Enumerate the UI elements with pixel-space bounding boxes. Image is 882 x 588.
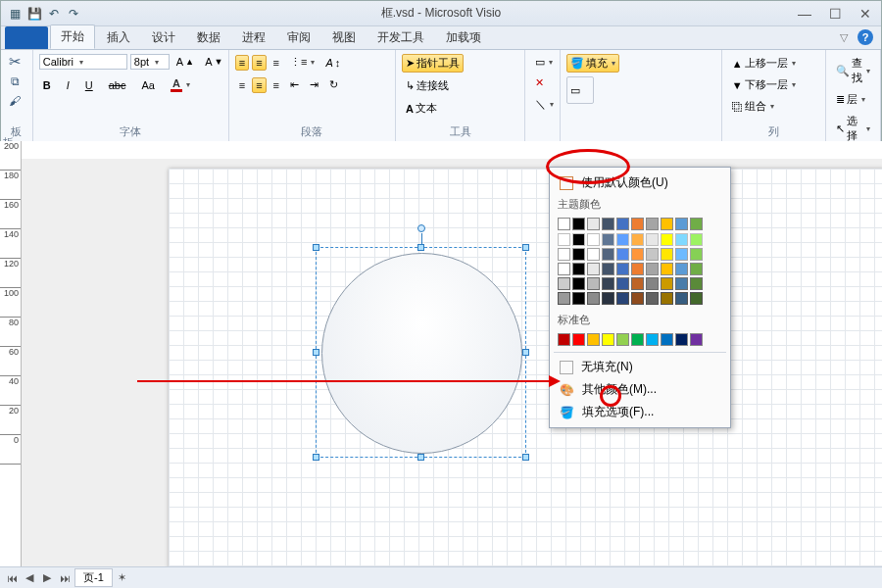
more-colors-item[interactable]: 🎨 其他颜色(M)... xyxy=(550,378,730,401)
color-swatch[interactable] xyxy=(661,248,673,261)
resize-handle[interactable] xyxy=(313,454,319,461)
cut-icon[interactable]: ✂ xyxy=(7,54,23,70)
color-swatch[interactable] xyxy=(572,292,585,305)
color-swatch[interactable] xyxy=(587,292,600,305)
rotate-text-button[interactable]: ↻ xyxy=(325,76,342,93)
tab-review[interactable]: 审阅 xyxy=(277,26,320,49)
color-swatch[interactable] xyxy=(558,248,570,261)
increase-indent-button[interactable]: ⇥ xyxy=(306,76,322,93)
format-painter-icon[interactable]: 🖌 xyxy=(7,93,23,109)
font-color-button[interactable]: A xyxy=(167,75,194,94)
tab-process[interactable]: 进程 xyxy=(232,26,275,49)
undo-icon[interactable]: ↶ xyxy=(46,6,62,22)
color-swatch[interactable] xyxy=(690,233,703,246)
align-middle-button[interactable]: ≡ xyxy=(252,55,266,71)
color-swatch[interactable] xyxy=(572,277,585,290)
color-swatch[interactable] xyxy=(661,277,673,290)
new-page-button[interactable]: ✶ xyxy=(115,571,130,584)
align-right-button[interactable]: ≡ xyxy=(270,77,283,93)
fill-button[interactable]: 🪣 填充 xyxy=(566,54,619,73)
tab-dev[interactable]: 开发工具 xyxy=(368,26,434,49)
color-swatch[interactable] xyxy=(690,248,703,261)
color-swatch[interactable] xyxy=(631,263,644,275)
fill-options-item[interactable]: 🪣 填充选项(F)... xyxy=(550,401,730,423)
font-family-select[interactable]: Calibri xyxy=(39,54,127,70)
color-swatch[interactable] xyxy=(675,333,688,346)
underline-button[interactable]: U xyxy=(81,77,97,93)
minimize-button[interactable]: — xyxy=(798,6,811,22)
layers-button[interactable]: ≣ 层 xyxy=(832,90,869,109)
color-swatch[interactable] xyxy=(690,333,703,346)
send-backward-button[interactable]: ▼ 下移一层 xyxy=(728,75,800,94)
find-button[interactable]: 🔍 查找 xyxy=(832,54,874,87)
color-swatch[interactable] xyxy=(690,277,703,290)
align-top-button[interactable]: ≡ xyxy=(235,55,249,71)
color-swatch[interactable] xyxy=(661,333,673,346)
tab-design[interactable]: 设计 xyxy=(142,26,185,49)
color-swatch[interactable] xyxy=(602,292,614,305)
ribbon-minimize-icon[interactable]: ▽ xyxy=(840,31,848,44)
color-swatch[interactable] xyxy=(602,233,614,246)
color-swatch[interactable] xyxy=(587,233,600,246)
strike-button[interactable]: abc xyxy=(105,77,130,93)
first-page-button[interactable]: ⏮ xyxy=(4,572,20,584)
color-swatch[interactable] xyxy=(558,292,570,305)
color-swatch[interactable] xyxy=(572,333,585,346)
color-swatch[interactable] xyxy=(675,233,688,246)
align-center-button[interactable]: ≡ xyxy=(252,77,266,93)
text-tool-button[interactable]: A 文本 xyxy=(402,99,441,118)
bullets-button[interactable]: ⋮≡ xyxy=(286,54,318,71)
color-swatch[interactable] xyxy=(646,292,659,305)
resize-handle[interactable] xyxy=(522,349,529,356)
color-swatch[interactable] xyxy=(661,263,673,275)
resize-handle[interactable] xyxy=(522,244,529,251)
color-swatch[interactable] xyxy=(572,248,585,261)
resize-handle[interactable] xyxy=(313,349,319,356)
copy-icon[interactable]: ⧉ xyxy=(7,74,23,89)
color-swatch[interactable] xyxy=(587,263,600,275)
grow-font-button[interactable]: A▲ xyxy=(172,54,198,70)
close-button[interactable]: ✕ xyxy=(859,6,871,22)
color-swatch[interactable] xyxy=(587,333,600,346)
color-swatch[interactable] xyxy=(690,218,703,230)
select-button[interactable]: ↖ 选择 xyxy=(832,112,874,145)
color-swatch[interactable] xyxy=(616,218,629,230)
drawing-page[interactable] xyxy=(169,169,882,566)
italic-button[interactable]: I xyxy=(63,77,74,93)
color-swatch[interactable] xyxy=(646,263,659,275)
maximize-button[interactable]: ☐ xyxy=(829,6,842,22)
color-swatch[interactable] xyxy=(572,263,585,275)
color-swatch[interactable] xyxy=(558,333,570,346)
color-swatch[interactable] xyxy=(631,333,644,346)
tab-home[interactable]: 开始 xyxy=(50,24,95,49)
group-button[interactable]: ⿻ 组合 xyxy=(728,97,778,116)
circle-shape[interactable] xyxy=(321,253,522,454)
canvas[interactable] xyxy=(22,159,882,566)
color-swatch[interactable] xyxy=(646,233,659,246)
color-swatch[interactable] xyxy=(661,218,673,230)
color-swatch[interactable] xyxy=(690,292,703,305)
resize-handle[interactable] xyxy=(417,454,424,461)
save-icon[interactable]: 💾 xyxy=(26,6,42,22)
color-swatch[interactable] xyxy=(602,277,614,290)
no-fill-item[interactable]: 无填充(N) xyxy=(550,356,730,378)
color-swatch[interactable] xyxy=(675,277,688,290)
color-swatch[interactable] xyxy=(661,292,673,305)
last-page-button[interactable]: ⏭ xyxy=(57,572,73,584)
color-swatch[interactable] xyxy=(587,277,600,290)
align-left-button[interactable]: ≡ xyxy=(235,77,249,93)
color-swatch[interactable] xyxy=(631,218,644,230)
change-case-button[interactable]: Aa xyxy=(137,77,158,93)
color-swatch[interactable] xyxy=(616,233,629,246)
text-direction-button[interactable]: A↕ xyxy=(321,55,344,71)
font-size-select[interactable]: 8pt xyxy=(130,54,170,70)
color-swatch[interactable] xyxy=(616,292,629,305)
pointer-tool-button[interactable]: ➤ 指针工具 xyxy=(402,54,464,73)
color-swatch[interactable] xyxy=(558,218,570,230)
tab-view[interactable]: 视图 xyxy=(322,26,366,49)
color-swatch[interactable] xyxy=(572,233,585,246)
color-swatch[interactable] xyxy=(587,218,600,230)
color-swatch[interactable] xyxy=(646,248,659,261)
page-tab[interactable]: 页-1 xyxy=(74,568,113,587)
next-page-button[interactable]: ▶ xyxy=(39,571,55,584)
